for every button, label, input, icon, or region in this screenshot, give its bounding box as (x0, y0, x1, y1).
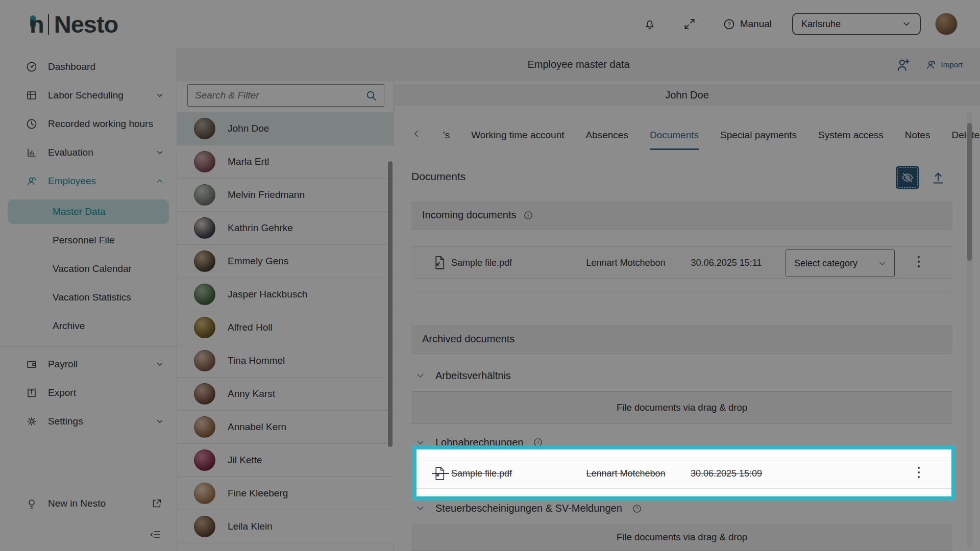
sidebar-item-settings[interactable]: Settings (0, 407, 177, 436)
employee-row[interactable]: Emmely Gens (177, 245, 394, 278)
employee-row[interactable]: Melvin Friedmann (177, 179, 394, 212)
tab-system-access[interactable]: System access (818, 130, 884, 150)
chevron-down-icon (155, 148, 164, 157)
employee-row[interactable]: Jasper Hackbusch (177, 278, 394, 311)
import-button[interactable]: Import (925, 59, 963, 71)
svg-text:?: ? (727, 21, 730, 27)
employee-row[interactable]: Anny Karst (177, 378, 394, 411)
detail-panel-scrollbar[interactable] (967, 112, 972, 548)
tab-working-time-account[interactable]: Working time account (471, 130, 564, 150)
location-select[interactable]: Karlsruhe (792, 13, 921, 35)
employee-row[interactable]: Annabel Kern (177, 411, 394, 444)
sidebar-item-vacation-calendar[interactable]: Vacation Calendar (0, 255, 177, 283)
documents-section-title: Documents (411, 170, 465, 183)
uploaded-by: Lennart Motchebon (575, 258, 677, 268)
employee-list-panel: John Doe Marla Ertl Melvin Friedmann Kat… (177, 81, 394, 551)
chevron-down-icon (155, 91, 164, 100)
employee-row[interactable]: Kathrin Gehrke (177, 212, 394, 245)
employee-row[interactable]: Jil Kette (177, 444, 394, 477)
chevron-up-icon (155, 177, 164, 186)
category-steuerbescheinigungen[interactable]: Steuerbescheinigungen & SV-Meldungen ? (411, 493, 952, 524)
row-menu-kebab-icon[interactable] (914, 252, 923, 273)
tab-notes[interactable]: Notes (905, 130, 930, 150)
sidebar-item-payroll[interactable]: Payroll (0, 350, 177, 379)
people-import-icon (925, 59, 937, 71)
sidebar-item-export[interactable]: Export (0, 379, 177, 407)
tabs-scroll-left-icon[interactable] (411, 129, 422, 150)
manual-button[interactable]: ? Manual (723, 18, 772, 31)
upload-icon (930, 170, 946, 186)
employee-row[interactable]: Leila Klein (177, 510, 394, 543)
bar-chart-icon (26, 146, 38, 159)
avatar (194, 151, 215, 172)
avatar (194, 449, 215, 471)
category-lohnabrechnungen[interactable]: Lohnabrechnungen ? (411, 427, 952, 458)
avatar (194, 416, 215, 438)
eye-off-icon (900, 170, 915, 185)
search-icon[interactable] (365, 89, 378, 102)
avatar (194, 284, 215, 305)
new-in-nesto-link[interactable]: New in Nesto (0, 489, 177, 518)
employee-row[interactable]: Fine Kleeberg (177, 477, 394, 510)
fullscreen-icon[interactable] (683, 17, 696, 31)
chevron-down-icon (155, 360, 164, 369)
chevron-down-icon (877, 259, 887, 268)
tab-delete[interactable]: Delete (951, 130, 979, 150)
add-employee-icon[interactable] (895, 57, 912, 73)
row-menu-kebab-icon[interactable] (914, 463, 923, 484)
scrollbar-thumb[interactable] (967, 123, 972, 261)
sidebar-item-archive[interactable]: Archive (0, 312, 177, 340)
employee-row[interactable]: John Doe (177, 112, 394, 145)
employee-row[interactable]: Tina Hommel (177, 344, 394, 378)
people-icon (26, 175, 38, 187)
strikethrough-line (432, 473, 449, 474)
deleted-document-row[interactable]: Sample file.pdf Lennart Motchebon 30.06.… (411, 458, 952, 489)
svg-text:?: ? (527, 213, 529, 218)
help-icon[interactable]: ? (523, 210, 533, 220)
chevron-down-icon (415, 437, 426, 448)
sidebar-item-master-data[interactable]: Master Data (8, 199, 169, 224)
help-icon[interactable]: ? (632, 504, 642, 514)
sidebar-item-recorded-working-hours[interactable]: Recorded working hours (0, 110, 177, 138)
notifications-bell-icon[interactable] (643, 17, 656, 31)
employees-submenu: Master Data Personnel File Vacation Cale… (0, 199, 177, 340)
location-value: Karlsruhe (801, 19, 901, 30)
sidebar-item-evaluation[interactable]: Evaluation (0, 138, 177, 167)
sidebar-footer: New in Nesto (0, 489, 177, 551)
show-deleted-toggle-button[interactable] (896, 166, 919, 189)
category-arbeitsverhaeltnis[interactable]: Arbeitsverhältnis (411, 360, 952, 392)
sidebar-nav: Dashboard Labor Scheduling Recorded work… (0, 48, 177, 436)
archived-documents-header: Archived documents (411, 325, 952, 354)
incoming-document-row[interactable]: Sample file.pdf Lennart Motchebon 30.06.… (411, 246, 952, 279)
svg-text:?: ? (635, 506, 638, 511)
sidebar-item-personnel-file[interactable]: Personnel File (0, 226, 177, 255)
tab-special-payments[interactable]: Special payments (720, 130, 797, 150)
avatar (194, 483, 215, 504)
employee-row[interactable]: Marla Ertl (177, 145, 394, 179)
dropzone-steuerbescheinigungen[interactable]: File documents via drag & drop (411, 523, 952, 551)
help-icon[interactable]: ? (533, 437, 543, 447)
page-header: Employee master data Import (177, 48, 980, 81)
user-avatar[interactable] (935, 13, 958, 35)
tab-documents[interactable]: Documents (650, 130, 699, 150)
search-input[interactable] (195, 90, 365, 101)
logo-divider (48, 14, 49, 35)
employee-row[interactable]: Alfred Holl (177, 311, 394, 344)
external-link-icon (151, 498, 162, 509)
pdf-file-icon (434, 256, 446, 270)
dropzone-arbeitsverhaeltnis[interactable]: File documents via drag & drop (411, 392, 952, 424)
employee-list-scrollbar[interactable] (388, 148, 393, 551)
avatar (194, 251, 215, 272)
sidebar-item-dashboard[interactable]: Dashboard (0, 53, 177, 81)
sidebar-collapse-row (0, 518, 177, 551)
sidebar-item-labor-scheduling[interactable]: Labor Scheduling (0, 81, 177, 110)
sidebar-item-employees[interactable]: Employees (0, 167, 177, 195)
scrollbar-thumb[interactable] (388, 161, 393, 447)
avatar (194, 317, 215, 338)
select-category-dropdown[interactable]: Select category (786, 249, 895, 277)
tab-absences[interactable]: Absences (585, 130, 628, 150)
collapse-sidebar-icon[interactable] (149, 529, 161, 541)
tab-truncated[interactable]: 's (443, 130, 450, 150)
sidebar-item-vacation-statistics[interactable]: Vacation Statistics (0, 283, 177, 312)
upload-document-button[interactable] (928, 168, 948, 188)
